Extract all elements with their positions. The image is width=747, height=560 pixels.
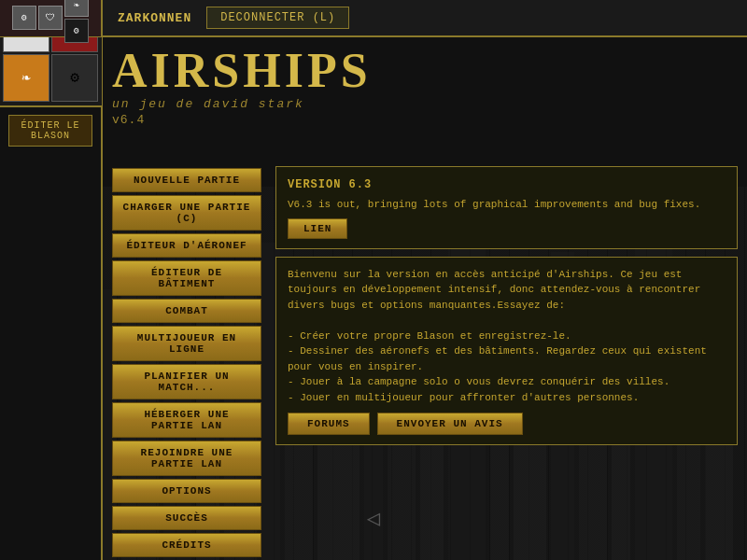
menu-button-6[interactable]: Planifier un match... <box>112 364 261 399</box>
version-panel: VERSION 6.3 V6.3 is out, bringing lots o… <box>275 166 738 249</box>
welcome-panel-text: Bienvenu sur la version en accès anticip… <box>288 267 726 406</box>
game-title: AIRSHIPS <box>112 47 372 95</box>
left-panel: ⚙ 🛡 ❧ ⚙ Éditer le Blason <box>0 0 103 560</box>
logo-icon-4: ⚙ <box>64 19 89 43</box>
menu-button-9[interactable]: Options <box>112 479 261 503</box>
title-area: AIRSHIPS Un jeu de David Stark v6.4 <box>103 37 381 134</box>
menu-button-3[interactable]: Éditeur de bâtiment <box>112 260 261 296</box>
send-feedback-button[interactable]: Envoyer un avis <box>377 413 523 435</box>
username-display: Zarkonnen <box>103 11 206 25</box>
forums-button[interactable]: Forums <box>288 413 370 435</box>
emblem-cell-4: ⚙ <box>51 54 98 103</box>
menu-button-2[interactable]: Éditeur d'aéronef <box>112 233 261 258</box>
disconnect-button[interactable]: Deconnecter (L) <box>206 7 349 29</box>
version-link-button[interactable]: Lien <box>288 218 347 239</box>
panel-buttons: Forums Envoyer un avis <box>288 413 726 435</box>
logo-area: ⚙ 🛡 ❧ ⚙ <box>0 0 103 36</box>
info-panels: VERSION 6.3 V6.3 is out, bringing lots o… <box>275 166 738 445</box>
menu-button-0[interactable]: Nouvelle partie <box>112 168 261 192</box>
menu-button-4[interactable]: Combat <box>112 299 261 323</box>
menu-button-7[interactable]: Héberger une partie LAN <box>112 402 261 438</box>
logo-icon-1: ⚙ <box>12 6 36 30</box>
top-bar: ⚙ 🛡 ❧ ⚙ Zarkonnen Deconnecter (L) <box>0 0 747 37</box>
game-version: v6.4 <box>112 113 372 127</box>
welcome-panel: Bienvenu sur la version en accès anticip… <box>275 257 738 446</box>
logo-icon-3: ❧ <box>64 0 89 17</box>
back-arrow: ◁ <box>367 505 380 532</box>
game-subtitle: Un jeu de David Stark <box>112 97 372 111</box>
logo-icon-2: 🛡 <box>38 6 63 30</box>
menu-button-11[interactable]: Crédits <box>112 533 261 557</box>
version-panel-text: V6.3 is out, bringing lots of graphical … <box>288 197 726 213</box>
menu-button-1[interactable]: Charger une partie (C) <box>112 195 261 231</box>
version-panel-title: VERSION 6.3 <box>288 176 726 193</box>
menu-column: Nouvelle partieCharger une partie (C)Édi… <box>112 168 261 560</box>
edit-blason-button[interactable]: Éditer le Blason <box>8 115 92 147</box>
menu-button-8[interactable]: Rejoindre une partie LAN <box>112 441 261 476</box>
emblem-cell-3: ❧ <box>3 54 49 103</box>
menu-button-5[interactable]: Multijoueur en ligne <box>112 326 261 361</box>
menu-button-10[interactable]: Succès <box>112 506 261 530</box>
